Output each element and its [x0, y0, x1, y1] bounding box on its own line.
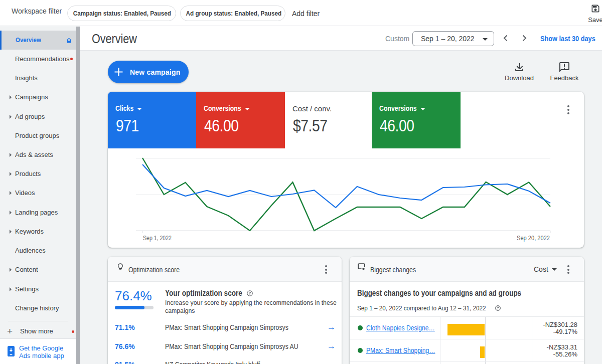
svg-text:Sep 1, 2022: Sep 1, 2022: [143, 234, 172, 242]
svg-text:Sep 20, 2022: Sep 20, 2022: [517, 234, 550, 242]
